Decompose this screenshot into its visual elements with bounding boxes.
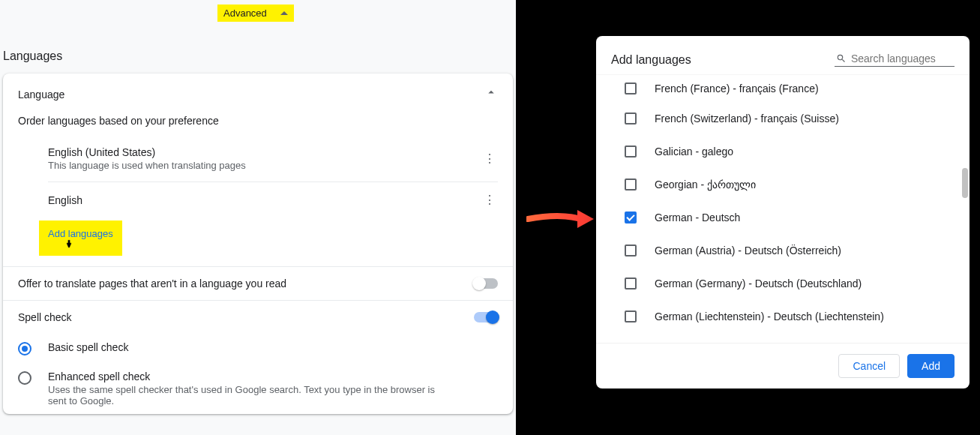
kebab-menu-icon[interactable]: ⋮ — [481, 152, 498, 166]
language-checkbox[interactable] — [625, 310, 637, 322]
search-input[interactable] — [851, 52, 953, 64]
language-option-label: German (Liechtenstein) - Deutsch (Liecht… — [655, 310, 884, 322]
language-card: Language Order languages based on your p… — [3, 74, 513, 414]
advanced-section-toggle[interactable]: Advanced — [217, 4, 294, 22]
dialog-language-list[interactable]: French (France) - français (France) Fren… — [596, 74, 970, 343]
spellcheck-toggle[interactable] — [474, 312, 498, 322]
language-option-label: French (France) - français (France) — [655, 82, 819, 94]
list-item[interactable]: Galician - galego — [596, 135, 970, 168]
language-checkbox[interactable] — [625, 278, 637, 290]
language-checkbox[interactable] — [625, 244, 637, 256]
arrow-right-icon — [526, 206, 595, 232]
list-item[interactable]: French (Switzerland) - français (Suisse) — [596, 102, 970, 135]
translate-label: Offer to translate pages that aren't in … — [18, 278, 286, 290]
language-option-label: Georgian - ქართული — [655, 178, 756, 190]
language-checkbox[interactable] — [625, 178, 637, 190]
search-icon — [836, 52, 847, 64]
translate-toggle[interactable] — [474, 278, 498, 289]
spellcheck-toggle-row: Spell check — [3, 300, 513, 334]
enhanced-spellcheck-label: Enhanced spell check — [48, 370, 438, 382]
language-checkbox[interactable] — [625, 212, 637, 224]
dialog-header: Add languages — [596, 36, 970, 74]
list-item[interactable]: German (Austria) - Deutsch (Österreich) — [596, 234, 970, 267]
language-option-label: German (Germany) - Deutsch (Deutschland) — [655, 278, 862, 290]
language-item: English (United States) This language is… — [48, 136, 498, 182]
kebab-menu-icon[interactable]: ⋮ — [481, 193, 498, 207]
language-checkbox[interactable] — [625, 146, 637, 158]
list-item[interactable]: Georgian - ქართული — [596, 168, 970, 201]
language-name: English (United States) — [48, 146, 246, 158]
list-item[interactable]: German (Germany) - Deutsch (Deutschland) — [596, 267, 970, 300]
list-item[interactable]: German - Deutsch — [596, 201, 970, 234]
list-item[interactable]: French (France) - français (France) — [596, 78, 970, 102]
language-header-title: Language — [18, 88, 64, 100]
cancel-button[interactable]: Cancel — [838, 354, 900, 378]
language-list: English (United States) This language is… — [48, 136, 498, 218]
add-languages-dialog: Add languages French (France) - français… — [596, 36, 970, 388]
language-option-label: Galician - galego — [655, 146, 733, 158]
language-checkbox[interactable] — [625, 82, 637, 94]
translate-toggle-row: Offer to translate pages that aren't in … — [3, 266, 513, 300]
search-box[interactable] — [835, 51, 955, 67]
caret-up-icon — [280, 11, 288, 15]
enhanced-spellcheck-radio[interactable] — [18, 371, 31, 385]
list-item[interactable]: German (Liechtenstein) - Deutsch (Liecht… — [596, 300, 970, 333]
add-button[interactable]: Add — [907, 354, 955, 378]
advanced-label: Advanced — [223, 8, 267, 19]
language-header-row[interactable]: Language — [3, 74, 513, 115]
languages-section-title: Languages — [3, 50, 62, 63]
language-option-label: German - Deutsch — [655, 212, 740, 224]
language-option-label: German (Austria) - Deutsch (Österreich) — [655, 244, 841, 256]
basic-spellcheck-row[interactable]: Basic spell check — [3, 334, 513, 363]
add-languages-button[interactable]: Add languages — [39, 220, 122, 256]
spellcheck-label: Spell check — [18, 311, 72, 323]
order-preference-text: Order languages based on your preference — [3, 115, 513, 136]
dialog-footer: Cancel Add — [596, 343, 970, 388]
scrollbar-thumb[interactable] — [962, 168, 968, 198]
language-item: English ⋮ — [48, 182, 498, 218]
enhanced-spellcheck-row[interactable]: Enhanced spell check Uses the same spell… — [3, 363, 513, 414]
language-checkbox[interactable] — [625, 112, 637, 124]
language-desc: This language is used when translating p… — [48, 160, 246, 171]
language-option-label: French (Switzerland) - français (Suisse) — [655, 112, 839, 124]
enhanced-spellcheck-desc: Uses the same spell checker that's used … — [48, 384, 438, 406]
add-languages-label: Add languages — [48, 228, 113, 239]
dialog-title: Add languages — [611, 53, 691, 67]
basic-spellcheck-label: Basic spell check — [48, 341, 128, 353]
basic-spellcheck-radio[interactable] — [18, 342, 31, 356]
chevron-up-icon[interactable] — [484, 86, 498, 103]
settings-left-panel: Advanced Languages Language Order langua… — [0, 0, 516, 435]
language-name: English — [48, 194, 82, 206]
pointer-cursor-icon — [64, 238, 74, 253]
